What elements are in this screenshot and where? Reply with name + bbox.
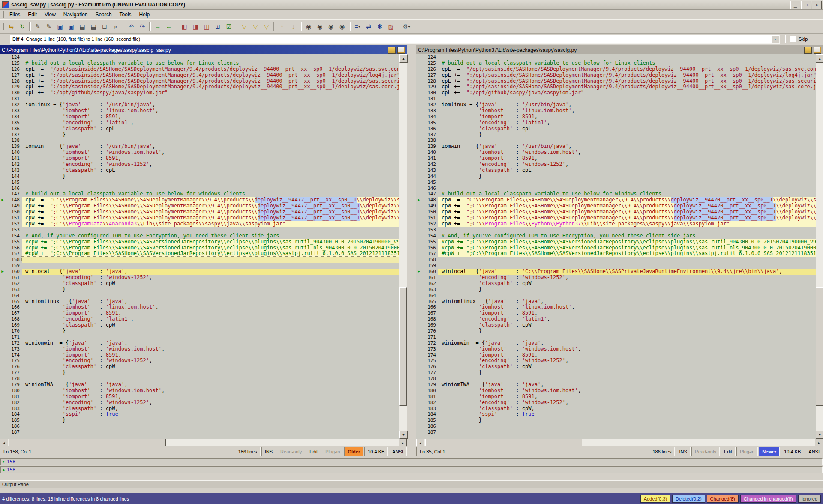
code-line[interactable]: 133 'iomhost' : 'linux.iom.host', — [416, 108, 816, 114]
code-line[interactable]: 182 'encoding' : 'windows-1252', — [0, 400, 399, 406]
code-line[interactable]: 169 'classpath' : cpW — [0, 322, 399, 328]
code-line[interactable]: 139iomwin = {'java' : '/usr/bin/java', — [0, 144, 399, 150]
code-line[interactable]: 173 'iomhost' : 'windows.iom.host', — [416, 346, 816, 352]
code-line[interactable]: 174 'iomport' : 8591, — [416, 352, 816, 358]
code-line[interactable]: 187 — [0, 429, 399, 435]
redo-icon[interactable]: ↷ — [137, 22, 148, 32]
code-line[interactable]: ▶148cpW = "C:\\Program Files\\SASHome\\S… — [0, 197, 399, 203]
code-line[interactable]: 150cpW += ";C:\\Program Files\\SASHome\\… — [416, 209, 816, 215]
code-line[interactable]: 154# And, if you've configured IOM to us… — [416, 233, 816, 239]
inspector-row[interactable]: ▶158 — [0, 466, 823, 473]
filter-options-icon[interactable]: ▽ — [261, 22, 272, 32]
show-both-panes-icon[interactable]: ◫ — [201, 22, 212, 32]
code-line[interactable]: ▶148cpW = "C:\\Program Files\\SASHome\\S… — [416, 197, 816, 203]
menu-view[interactable]: View — [41, 10, 60, 19]
code-line[interactable]: 187 — [416, 429, 816, 435]
code-line[interactable]: 135 'encoding' : 'latin1', — [416, 120, 816, 126]
scroll-down-icon[interactable]: ↓ — [288, 22, 299, 32]
code-line[interactable]: 155#cpW += ";C:\\Program Files\\SASHome\… — [0, 239, 399, 245]
code-line[interactable]: 151cpW += ";C:\\Program Files\\SASHome\\… — [416, 215, 816, 221]
code-line[interactable]: 149cpW += ";C:\\Program Files\\SASHome\\… — [416, 203, 816, 209]
code-line[interactable]: 177 } — [416, 370, 816, 376]
find-prev-difference-icon[interactable]: ◉ — [325, 22, 336, 32]
code-line[interactable]: 143 'classpath' : cpL — [416, 168, 816, 174]
code-line[interactable]: 170 } — [0, 328, 399, 334]
code-line[interactable]: 168 'encoding' : 'latin1', — [416, 316, 816, 322]
pane-splitter[interactable] — [407, 45, 416, 456]
open-file-icon[interactable] — [804, 47, 812, 54]
output-pane-caption[interactable]: Output Pane — [0, 480, 823, 488]
right-vscroll-thumb[interactable] — [816, 287, 823, 406]
plugins-icon[interactable]: ✱ — [374, 22, 385, 32]
code-line[interactable]: 150cpW += ";C:\\Program Files\\SASHome\\… — [0, 209, 399, 215]
code-line[interactable]: 171 — [0, 334, 399, 340]
code-line[interactable]: 127cpL += ":/opt/sasinside/SASHome/SASDe… — [416, 72, 816, 78]
statistics-icon[interactable]: ≡▾ — [352, 22, 363, 32]
recompare-icon[interactable]: ↻ — [17, 22, 28, 32]
left-hscroll-track[interactable] — [8, 439, 399, 446]
code-line[interactable]: 164 — [0, 293, 399, 299]
menubar-grip[interactable] — [2, 11, 4, 18]
edit-second-file-icon[interactable]: ✎ — [43, 22, 54, 32]
right-hscroll-track[interactable] — [424, 439, 815, 446]
skip-checkbox[interactable] — [790, 36, 796, 42]
code-line[interactable]: 142 'encoding' : 'windows-1252', — [0, 162, 399, 168]
code-line[interactable]: 156#cpW += ";C:\\Program Files\\SASHome\… — [0, 245, 399, 251]
code-line[interactable]: ▶160winlocal = {'java' : 'C:\\Program Fi… — [416, 269, 816, 275]
current-diff-combobox[interactable]: Diff 4: Change 1 line (160, first file) … — [10, 35, 780, 44]
scroll-up-icon[interactable]: ↑ — [276, 22, 288, 32]
copy-icon[interactable]: ⊡ — [99, 22, 110, 32]
next-difference-icon[interactable]: → — [152, 22, 163, 32]
code-line[interactable]: 159 — [416, 263, 816, 269]
code-line[interactable]: 172winiomwin = {'java' : 'java', — [416, 340, 816, 346]
code-line[interactable]: 157#cpW += ";C:\\Program Files\\SASHome\… — [416, 251, 816, 257]
code-line[interactable]: 153 — [416, 227, 816, 233]
search-icon[interactable]: ⌕ — [110, 22, 121, 32]
right-vscroll-track[interactable] — [816, 63, 823, 431]
code-line[interactable]: 184 'sspi' : True — [0, 411, 399, 417]
code-line[interactable]: 152cpW += ";C:\\Program Files\\Python\\P… — [416, 221, 816, 227]
code-line[interactable]: 142 'encoding' : 'windows-1252', — [416, 162, 816, 168]
code-line[interactable]: 147# build out a local classpath variabl… — [0, 191, 399, 197]
code-line[interactable]: 162 'classpath' : cpW — [416, 281, 816, 287]
color-options-icon[interactable]: ▨ — [385, 22, 396, 32]
code-line[interactable]: 162 'classpath' : cpW — [0, 281, 399, 287]
code-line[interactable]: 144 } — [0, 174, 399, 180]
code-line[interactable]: 179winiomIWA = {'java' : 'java', — [0, 382, 399, 388]
inspector-row[interactable]: ▶158 — [0, 458, 823, 465]
code-line[interactable]: 174 'iomport' : 8591, — [0, 352, 399, 358]
code-line[interactable]: 151cpW += ";C:\\Program Files\\SASHome\\… — [0, 215, 399, 221]
code-line[interactable]: 153 — [0, 227, 399, 233]
code-line[interactable]: 136 'classpath' : cpL — [0, 126, 399, 132]
code-line[interactable]: 180 'iomhost' : 'windows.iom.host', — [416, 388, 816, 394]
menu-navigation[interactable]: Navigation — [60, 10, 92, 19]
code-line[interactable]: 186 — [0, 423, 399, 429]
code-line[interactable]: 126cpL = "/opt/sasinside/SASHome/SASDepl… — [416, 66, 816, 72]
edit-file-icon[interactable] — [397, 47, 405, 54]
find-last-difference-icon[interactable]: ◉ — [336, 22, 348, 32]
code-line[interactable]: 158 — [416, 257, 816, 263]
code-line[interactable]: 146 — [416, 186, 816, 192]
right-horizontal-scrollbar[interactable]: ◄ ► — [416, 439, 823, 446]
grid-view-icon[interactable]: ⊞ — [212, 22, 223, 32]
code-line[interactable]: 167 'iomport' : 8591, — [0, 310, 399, 316]
code-line[interactable]: 172winiomwin = {'java' : 'java', — [0, 340, 399, 346]
code-line[interactable]: 166 'iomhost' : 'linux.iom.host', — [0, 304, 399, 310]
right-pane-header[interactable]: C:\Program Files\Python\Python37\Lib\sit… — [416, 45, 823, 54]
code-line[interactable]: 176 'classpath' : cpW — [0, 364, 399, 370]
code-line[interactable]: 183 'classpath' : cpW, — [0, 406, 399, 412]
code-line[interactable]: 175 'encoding' : 'windows-1252', — [0, 358, 399, 364]
menu-tools[interactable]: Tools — [116, 10, 135, 19]
code-line[interactable]: 130cpL += ":/opt/github/saspy/java/saspy… — [416, 90, 816, 96]
code-line[interactable]: 178 — [416, 376, 816, 382]
code-line[interactable]: 145 — [0, 180, 399, 186]
edit-file-icon[interactable] — [814, 47, 821, 54]
code-line[interactable]: 184 'sspi' : True — [416, 411, 816, 417]
code-line[interactable]: 127cpL += ":/opt/sasinside/SASHome/SASDe… — [0, 72, 399, 78]
options-icon[interactable]: ⚙▾ — [401, 22, 412, 32]
filter-lines-icon[interactable]: ▽ — [250, 22, 261, 32]
code-line[interactable]: 149cpW += ";C:\\Program Files\\SASHome\\… — [0, 203, 399, 209]
code-line[interactable]: 139iomwin = {'java' : '/usr/bin/java', — [416, 144, 816, 150]
code-line[interactable]: 161 'encoding' : 'windows-1252', — [416, 275, 816, 281]
code-line[interactable]: 155#cpW += ";C:\\Program Files\\SASHome\… — [416, 239, 816, 245]
